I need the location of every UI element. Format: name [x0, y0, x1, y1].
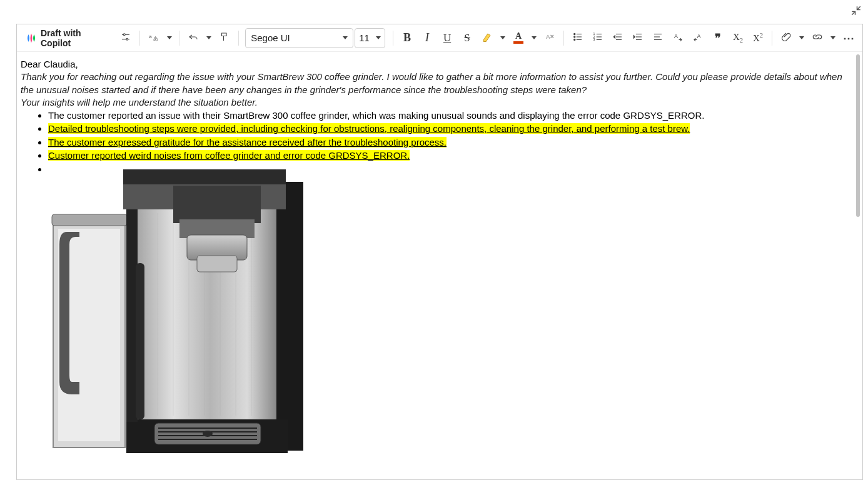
language-button[interactable]: aあ — [144, 28, 164, 48]
font-size-select[interactable]: 11 — [355, 28, 385, 48]
font-family-value: Segoe UI — [251, 32, 290, 43]
attach-button[interactable] — [776, 28, 796, 48]
svg-rect-59 — [136, 263, 144, 419]
inline-image-coffee-maker[interactable] — [48, 163, 850, 457]
underline-button[interactable]: U — [437, 28, 457, 48]
collapse-button[interactable] — [849, 4, 863, 18]
subscript-button[interactable]: X2 — [728, 28, 748, 48]
separator — [563, 31, 564, 46]
highlight-dropdown[interactable] — [497, 28, 508, 48]
svg-text:A: A — [697, 33, 701, 39]
chevron-down-icon — [500, 36, 505, 39]
svg-point-3 — [126, 38, 128, 40]
clear-format-icon: A — [544, 31, 555, 44]
chevron-down-icon — [376, 36, 381, 39]
font-size-value: 11 — [359, 32, 370, 43]
chevron-down-icon — [343, 36, 348, 39]
copilot-options-button[interactable] — [116, 28, 136, 48]
bold-button[interactable]: B — [397, 28, 417, 48]
font-color-icon: A — [513, 32, 523, 44]
ellipsis-icon: ⋯ — [843, 31, 854, 45]
svg-rect-31 — [273, 182, 303, 451]
bullet-text: The customer expressed gratitude for the… — [48, 137, 447, 148]
italic-icon: I — [425, 31, 429, 44]
undo-button[interactable] — [183, 28, 203, 48]
italic-button[interactable]: I — [417, 28, 437, 48]
intro-paragraph: Thank you for reaching out regarding the… — [21, 71, 850, 109]
svg-point-57 — [203, 431, 213, 437]
chevron-down-icon — [206, 36, 211, 39]
bullet-text: Detailed troubleshooting steps were prov… — [48, 123, 690, 134]
quote-button[interactable]: ❞ — [708, 28, 728, 48]
ltr-icon: A — [672, 31, 684, 44]
attach-dropdown[interactable] — [796, 28, 807, 48]
paintbrush-icon — [219, 31, 230, 44]
format-painter-button[interactable] — [214, 28, 235, 48]
link-dropdown[interactable] — [827, 28, 839, 48]
separator — [772, 31, 772, 46]
more-options-button[interactable]: ⋯ — [839, 28, 859, 48]
rtl-icon: A — [692, 31, 704, 44]
chevron-down-icon — [830, 36, 835, 39]
indent-icon — [632, 31, 643, 44]
clear-formatting-button[interactable]: A — [540, 28, 560, 48]
bullet-item: The customer reported an issue with thei… — [48, 109, 850, 122]
bold-icon: B — [403, 31, 411, 44]
copilot-label: Draft with Copilot — [41, 28, 111, 48]
subscript-icon: X2 — [733, 32, 743, 44]
intro-line1: Thank you for reaching out regarding the… — [21, 71, 842, 94]
number-list-icon: 123 — [592, 31, 603, 44]
numbered-list-button[interactable]: 123 — [588, 28, 608, 48]
copilot-icon — [26, 32, 37, 44]
svg-text:A: A — [674, 33, 678, 39]
link-icon — [812, 31, 823, 44]
align-icon — [652, 31, 664, 44]
draft-with-copilot-button[interactable]: Draft with Copilot — [21, 28, 116, 48]
strikethrough-button[interactable]: S — [457, 28, 477, 48]
bullet-text: The customer reported an issue with thei… — [48, 110, 704, 121]
undo-dropdown[interactable] — [203, 28, 214, 48]
bullet-text: Customer reported weird noises from coff… — [48, 150, 410, 161]
outdent-icon — [612, 31, 623, 44]
svg-rect-50 — [197, 256, 237, 272]
paperclip-icon — [780, 31, 792, 44]
chevron-down-icon — [167, 36, 172, 39]
image-bullet — [48, 163, 850, 457]
email-editor-frame: Draft with Copilot aあ — [16, 24, 863, 480]
highlight-button[interactable] — [477, 28, 497, 48]
ltr-button[interactable]: A — [668, 28, 688, 48]
decrease-indent-button[interactable] — [608, 28, 628, 48]
bullet-list-icon — [572, 31, 583, 44]
summary-bullet-list: The customer reported an issue with thei… — [21, 109, 850, 457]
font-color-button[interactable]: A — [508, 28, 528, 48]
intro-line2: Your insights will help me understand th… — [21, 97, 258, 108]
superscript-icon: X2 — [753, 32, 763, 44]
bullet-item: The customer expressed gratitude for the… — [48, 136, 850, 149]
separator — [393, 31, 393, 46]
content-scroll-wrap: Dear Claudia, Thank you for reaching out… — [17, 52, 862, 479]
svg-text:あ: あ — [153, 36, 158, 41]
superscript-button[interactable]: X2 — [748, 28, 768, 48]
email-body[interactable]: Dear Claudia, Thank you for reaching out… — [17, 52, 854, 479]
strikethrough-icon: S — [464, 32, 470, 44]
font-color-dropdown[interactable] — [528, 28, 540, 48]
separator — [139, 31, 140, 46]
bulleted-list-button[interactable] — [568, 28, 588, 48]
scroll-thumb[interactable] — [856, 54, 860, 217]
svg-point-9 — [574, 36, 575, 38]
link-button[interactable] — [807, 28, 827, 48]
svg-rect-34 — [52, 214, 127, 226]
undo-icon — [188, 31, 199, 44]
align-button[interactable] — [648, 28, 668, 48]
font-family-select[interactable]: Segoe UI — [245, 28, 353, 48]
rtl-button[interactable]: A — [688, 28, 708, 48]
salutation-line: Dear Claudia, — [21, 58, 850, 71]
vertical-scrollbar[interactable] — [854, 52, 862, 479]
increase-indent-button[interactable] — [628, 28, 648, 48]
svg-rect-47 — [173, 186, 261, 223]
language-dropdown[interactable] — [164, 28, 175, 48]
svg-text:a: a — [149, 34, 153, 39]
svg-point-11 — [574, 39, 575, 40]
language-icon: aあ — [148, 31, 159, 44]
svg-point-7 — [574, 33, 575, 34]
